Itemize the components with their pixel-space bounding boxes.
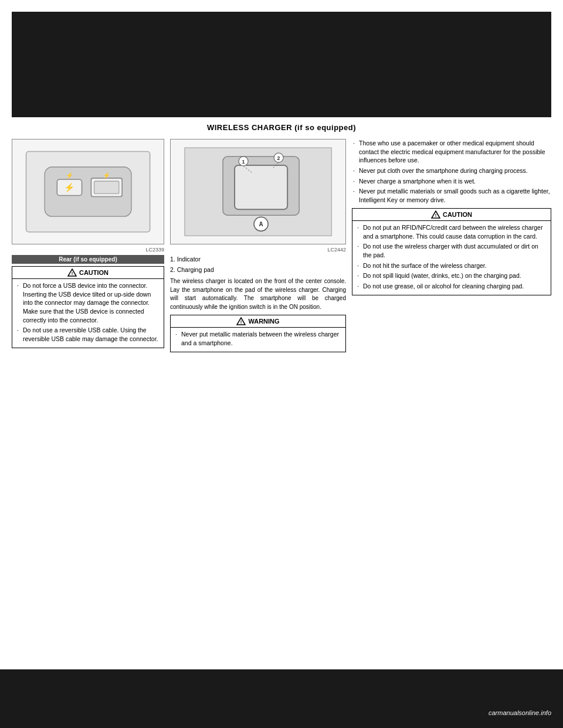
svg-text:A: A [259,221,263,227]
middle-column: 1 2 A LC2442 1. Indicator 2. Charging pa… [170,139,346,356]
content-area: ⚡ ⚡ ⚡ LC2339 Rear (if so equipped) [12,139,551,356]
left-column: ⚡ ⚡ ⚡ LC2339 Rear (if so equipped) [12,139,164,352]
watermark-text: carmanualsonline.info [489,709,551,716]
list-item: 1. Indicator [170,255,346,264]
warning-triangle-icon: ! [236,317,246,325]
list-item: Do not use grease, oil or alcohol for cl… [356,282,547,291]
left-caution-box: ! CAUTION Do not force a USB device into… [12,266,164,348]
middle-image: 1 2 A [170,139,346,244]
list-item: Do not hit the surface of the wireless c… [356,261,547,270]
right-bullet-list: Those who use a pacemaker or other medic… [352,139,551,205]
warning-box: ! WARNING Never put metallic materials b… [170,315,346,352]
right-column: Those who use a pacemaker or other medic… [352,139,551,299]
top-bar [12,12,551,117]
left-image-caption: LC2339 [12,247,164,253]
right-caution-box: ! CAUTION Do not put an RFID/NFC/credit … [352,208,551,295]
middle-image-caption: LC2442 [170,247,346,253]
svg-rect-12 [235,165,287,209]
right-caution-list: Do not put an RFID/NFC/credit card betwe… [356,223,547,291]
list-item: Never charge a smartphone when it is wet… [352,177,551,186]
svg-text:!: ! [435,213,437,218]
right-caution-body: Do not put an RFID/NFC/credit card betwe… [352,221,551,295]
svg-text:1: 1 [242,159,245,165]
list-item: Do not force a USB device into the conne… [16,281,160,324]
caution-triangle-icon-2: ! [431,210,440,219]
warning-list: Never put metallic materials between the… [174,330,342,347]
svg-text:⚡: ⚡ [66,172,74,179]
list-item: Do not put an RFID/NFC/credit card betwe… [356,223,547,240]
warning-header: ! WARNING [171,315,345,328]
list-item: Do not use a reversible USB cable. Using… [16,326,160,343]
page-wrapper: WIRELESS CHARGER (if so equipped) ⚡ [0,0,563,728]
svg-text:⚡: ⚡ [103,172,111,179]
numbered-list: 1. Indicator 2. Charging pad [170,255,346,274]
list-item: Do not spill liquid (water, drinks, etc.… [356,271,547,280]
list-item: 2. Charging pad [170,266,346,274]
svg-text:!: ! [240,319,242,325]
list-item: Do not use the wireless charger with dus… [356,242,547,259]
list-item: Those who use a pacemaker or other medic… [352,139,551,165]
page-title: WIRELESS CHARGER (if so equipped) [12,123,551,132]
svg-rect-5 [94,181,119,193]
left-caution-list: Do not force a USB device into the conne… [16,281,160,343]
left-label-tag: Rear (if so equipped) [12,255,164,264]
svg-text:⚡: ⚡ [64,182,75,193]
left-caution-body: Do not force a USB device into the conne… [12,279,164,348]
warning-body: Never put metallic materials between the… [171,328,345,351]
list-item: Never put cloth over the smartphone duri… [352,166,551,175]
svg-text:!: ! [72,271,73,276]
svg-text:2: 2 [277,155,280,161]
list-item: Never put metallic materials or small go… [352,187,551,204]
right-caution-header: ! CAUTION [352,209,551,221]
left-image: ⚡ ⚡ ⚡ [12,139,164,244]
caution-triangle-icon: ! [67,268,77,277]
left-caution-header: ! CAUTION [12,267,164,279]
list-item: Never put metallic materials between the… [174,330,342,347]
middle-body-text: The wireless charger is located on the f… [170,277,346,311]
watermark-bar: carmanualsonline.info [0,669,563,728]
